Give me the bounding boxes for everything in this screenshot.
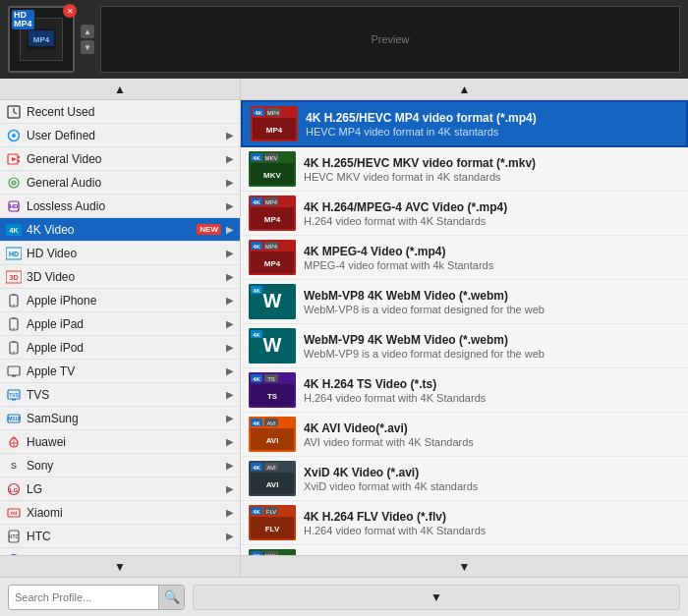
format-info-4k-flv: 4K H.264 FLV Video (*.flv)H.264 video fo… xyxy=(304,510,680,536)
sidebar-scroll-up[interactable]: ▲ xyxy=(0,79,240,100)
format-desc-4k-flv: H.264 video format with 4K Standards xyxy=(304,525,680,536)
sidebar-item-motorola[interactable]: MMotorola▶ xyxy=(0,548,240,555)
sidebar-item-sony[interactable]: SSony▶ xyxy=(0,454,240,477)
xiaomi-label: Xiaomi xyxy=(27,506,221,520)
samsung-icon: SAMSUNG xyxy=(6,411,22,426)
sidebar-item-recent[interactable]: Recent Used xyxy=(0,100,240,124)
format-thumb-4k-h264-mp4: 4K MP4 MP4 xyxy=(249,196,296,231)
sidebar-item-tvs[interactable]: TVSTVS▶ xyxy=(0,383,240,407)
htc-label: HTC xyxy=(27,530,221,543)
sidebar-item-general-video[interactable]: General Video▶ xyxy=(0,147,240,171)
format-item-4k-avi[interactable]: 4K AVI AVI 4K AVI Video(*.avi)AVI video … xyxy=(241,413,688,457)
svg-text:FLV: FLV xyxy=(266,509,277,515)
format-desc-4k-h265-mp4: HEVC MP4 video format in 4K stantards xyxy=(306,126,678,138)
sidebar-item-4k-video[interactable]: 4K4K VideoNEW▶ xyxy=(0,218,240,242)
sidebar-item-samsung[interactable]: SAMSUNGSamSung▶ xyxy=(0,407,240,430)
format-item-4k-h264-mp4[interactable]: 4K MP4 MP4 4K H.264/MPEG-4 AVC Video (*.… xyxy=(241,192,688,236)
svg-point-14 xyxy=(13,182,15,184)
sidebar: ▲ Recent UsedUser Defined▶General Video▶… xyxy=(0,79,241,577)
sidebar-item-apple-iphone[interactable]: Apple iPhone▶ xyxy=(0,289,240,312)
format-thumb-4k-ts: 4K TS TS xyxy=(249,372,296,408)
right-scroll-down[interactable]: ▼ xyxy=(241,555,688,577)
format-item-4k-h265-mp4[interactable]: 4K MP4 MP4 4K H.265/HEVC MP4 video forma… xyxy=(241,100,688,147)
format-desc-4k-h264-mp4: H.264 video format with 4K Standards xyxy=(304,215,680,227)
main-area: ▲ Recent UsedUser Defined▶General Video▶… xyxy=(0,79,688,577)
svg-text:FLV: FLV xyxy=(265,525,280,533)
huawei-icon xyxy=(6,434,22,450)
sidebar-item-lg[interactable]: LGLG▶ xyxy=(0,477,240,501)
general-audio-arrow: ▶ xyxy=(226,177,234,188)
format-title-4k-avi: 4K AVI Video(*.avi) xyxy=(304,421,680,435)
sidebar-item-htc[interactable]: HTCHTC▶ xyxy=(0,525,240,548)
svg-text:3D: 3D xyxy=(10,274,19,281)
svg-text:MKV: MKV xyxy=(264,155,277,161)
format-item-xvid-4k[interactable]: 4K AVI AVI XviD 4K Video (*.avi)XviD vid… xyxy=(241,457,688,501)
sidebar-item-hd-video[interactable]: HDHD Video▶ xyxy=(0,242,240,265)
apple-tv-arrow: ▶ xyxy=(226,365,234,376)
svg-rect-25 xyxy=(12,294,16,295)
hd-video-arrow: ▶ xyxy=(226,248,234,258)
svg-text:4K: 4K xyxy=(253,155,260,161)
svg-text:HTC: HTC xyxy=(9,533,20,539)
format-info-4k-h265-mp4: 4K H.265/HEVC MP4 video format (*.mp4)HE… xyxy=(306,111,678,138)
tvs-arrow: ▶ xyxy=(226,389,234,400)
bottom-scroll-down[interactable]: ▼ xyxy=(193,585,680,610)
svg-rect-11 xyxy=(18,160,20,162)
huawei-arrow: ▶ xyxy=(226,436,234,447)
lg-icon: LG xyxy=(6,481,22,497)
sidebar-item-3d-video[interactable]: 3D3D Video▶ xyxy=(0,265,240,289)
sidebar-item-apple-ipad[interactable]: Apple iPad▶ xyxy=(0,312,240,336)
format-item-4k-h265-mkv[interactable]: 4K MKV MKV 4K H.265/HEVC MKV video forma… xyxy=(241,147,688,192)
svg-text:4K: 4K xyxy=(253,553,260,555)
general-video-icon xyxy=(6,151,22,167)
svg-text:4K: 4K xyxy=(253,199,260,205)
format-thumb-webm-vp8: W 4K xyxy=(249,284,296,319)
svg-text:HD: HD xyxy=(9,251,19,257)
apple-iphone-icon xyxy=(6,293,22,308)
hd-video-icon: HD xyxy=(6,246,22,261)
format-item-4k-flv[interactable]: 4K FLV FLV 4K H.264 FLV Video (*.flv)H.2… xyxy=(241,501,688,545)
search-input[interactable] xyxy=(9,591,158,603)
apple-ipad-icon xyxy=(6,316,22,332)
sidebar-item-general-audio[interactable]: General Audio▶ xyxy=(0,171,240,195)
format-item-4k-ts[interactable]: 4K TS TS 4K H.264 TS Video (*.ts)H.264 v… xyxy=(241,368,688,413)
svg-text:W: W xyxy=(263,290,282,311)
svg-rect-31 xyxy=(12,341,16,342)
thumb-close-btn[interactable]: ✕ xyxy=(63,4,77,18)
svg-text:4K: 4K xyxy=(253,376,260,382)
right-scroll-up[interactable]: ▲ xyxy=(241,79,688,100)
svg-text:4K: 4K xyxy=(253,509,260,515)
apple-ipod-label: Apple iPod xyxy=(27,341,221,355)
format-title-4k-h264-mp4: 4K H.264/MPEG-4 AVC Video (*.mp4) xyxy=(304,200,680,214)
svg-text:S: S xyxy=(11,461,17,471)
sidebar-item-apple-ipod[interactable]: Apple iPod▶ xyxy=(0,336,240,360)
sidebar-list: Recent UsedUser Defined▶General Video▶Ge… xyxy=(0,100,240,555)
format-item-4k-mkv2[interactable]: 4K MKV MKV 4K MKV Video Format (*.mkv)MK… xyxy=(241,545,688,555)
user-defined-icon xyxy=(6,128,22,143)
sidebar-scroll-down[interactable]: ▼ xyxy=(0,555,240,577)
apple-tv-icon xyxy=(6,364,22,379)
thumbnail-item[interactable]: HD MP4 MP4 ✕ xyxy=(8,6,75,73)
search-button[interactable]: 🔍 xyxy=(158,585,184,610)
sidebar-item-lossless-audio[interactable]: HDLossless Audio▶ xyxy=(0,195,240,218)
sidebar-item-apple-tv[interactable]: Apple TV▶ xyxy=(0,360,240,383)
format-info-4k-mpeg4: 4K MPEG-4 Video (*.mp4)MPEG-4 video form… xyxy=(304,245,680,271)
sidebar-item-xiaomi[interactable]: miXiaomi▶ xyxy=(0,501,240,525)
sidebar-item-huawei[interactable]: Huawei▶ xyxy=(0,430,240,454)
bottom-bar: 🔍 ▼ xyxy=(0,577,688,616)
svg-text:TS: TS xyxy=(267,376,275,382)
format-item-webm-vp9[interactable]: W 4K WebM-VP9 4K WebM Video (*.webm)WebM… xyxy=(241,324,688,368)
format-item-webm-vp8[interactable]: W 4K WebM-VP8 4K WebM Video (*.webm)WebM… xyxy=(241,280,688,324)
format-thumb-4k-avi: 4K AVI AVI xyxy=(249,417,296,452)
sidebar-item-user-defined[interactable]: User Defined▶ xyxy=(0,124,240,147)
preview-panel: Preview xyxy=(100,6,680,73)
format-desc-xvid-4k: XviD video format with 4K standards xyxy=(304,480,680,492)
sony-label: Sony xyxy=(27,459,221,473)
svg-text:4K: 4K xyxy=(253,420,260,426)
bottom-scroll-icon: ▼ xyxy=(430,590,442,604)
thumb-up-btn[interactable]: ▲ xyxy=(81,25,94,38)
format-desc-4k-avi: AVI video format with 4K Standards xyxy=(304,436,680,448)
general-audio-icon xyxy=(6,175,22,191)
format-item-4k-mpeg4[interactable]: 4K MP4 MP4 4K MPEG-4 Video (*.mp4)MPEG-4… xyxy=(241,236,688,280)
thumb-down-btn[interactable]: ▼ xyxy=(81,40,94,54)
